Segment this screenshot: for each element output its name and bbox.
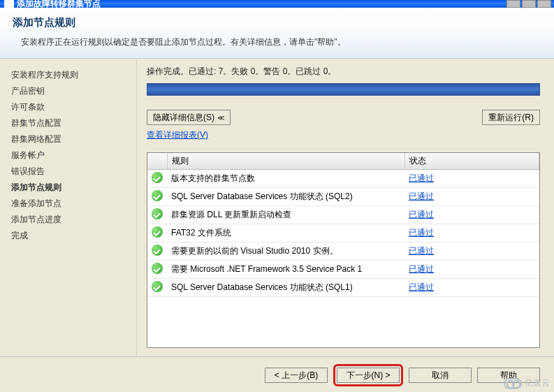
status-icon-cell bbox=[147, 279, 167, 297]
close-button[interactable] bbox=[537, 0, 551, 8]
pass-icon bbox=[152, 208, 163, 219]
operation-status: 操作完成。已通过: 7。失败 0。警告 0。已跳过 0。 bbox=[147, 66, 540, 78]
status-cell: 已通过 bbox=[404, 261, 539, 279]
status-icon-cell bbox=[147, 170, 167, 188]
sidebar-item[interactable]: 产品密钥 bbox=[10, 83, 131, 99]
main-panel: 操作完成。已通过: 7。失败 0。警告 0。已跳过 0。 隐藏详细信息(S) ≪… bbox=[136, 59, 554, 356]
rules-table-container: 规则 状态 版本支持的群集节点数已通过SQL Server Database S… bbox=[147, 152, 540, 348]
table-row: 版本支持的群集节点数已通过 bbox=[147, 170, 539, 188]
status-icon-cell bbox=[147, 242, 167, 261]
table-row: 需要更新的以前的 Visual Studio 2010 实例。已通过 bbox=[147, 242, 539, 261]
status-link[interactable]: 已通过 bbox=[409, 191, 434, 201]
table-row: 需要 Microsoft .NET Framework 3.5 Service … bbox=[147, 261, 539, 279]
status-link[interactable]: 已通过 bbox=[409, 282, 434, 292]
minimize-button[interactable] bbox=[506, 0, 520, 8]
pass-icon bbox=[152, 245, 163, 256]
status-cell: 已通过 bbox=[404, 188, 539, 206]
status-cell: 已通过 bbox=[404, 242, 539, 261]
sidebar-item[interactable]: 完成 bbox=[10, 228, 131, 244]
next-button[interactable]: 下一步(N) > bbox=[337, 368, 400, 383]
status-cell: 已通过 bbox=[404, 206, 539, 224]
status-link[interactable]: 已通过 bbox=[409, 228, 434, 238]
table-row: FAT32 文件系统已通过 bbox=[147, 224, 539, 242]
sidebar-item[interactable]: 群集节点配置 bbox=[10, 115, 131, 131]
status-cell: 已通过 bbox=[404, 170, 539, 188]
table-row: SQL Server Database Services 功能状态 (SQL1)… bbox=[147, 279, 539, 297]
hide-details-button[interactable]: 隐藏详细信息(S) ≪ bbox=[147, 110, 231, 125]
app-icon bbox=[4, 0, 14, 8]
sidebar-item[interactable]: 错误报告 bbox=[10, 164, 131, 180]
pass-icon bbox=[152, 281, 163, 292]
back-button[interactable]: < 上一步(B) bbox=[265, 368, 328, 383]
table-row: SQL Server Database Services 功能状态 (SQL2)… bbox=[147, 188, 539, 206]
col-icon bbox=[147, 153, 167, 170]
status-cell: 已通过 bbox=[404, 279, 539, 297]
table-row: 群集资源 DLL 更新重新启动检查已通过 bbox=[147, 206, 539, 224]
sidebar-item[interactable]: 添加节点进度 bbox=[10, 212, 131, 228]
cancel-button[interactable]: 取消 bbox=[409, 368, 472, 383]
sidebar-item[interactable]: 群集网络配置 bbox=[10, 131, 131, 147]
status-link[interactable]: 已通过 bbox=[409, 246, 434, 256]
rule-cell: 版本支持的群集节点数 bbox=[167, 170, 404, 188]
sidebar-item[interactable]: 服务帐户 bbox=[10, 147, 131, 164]
window-title: 添加故障转移群集节点 bbox=[17, 0, 101, 8]
next-button-highlight: 下一步(N) > bbox=[333, 364, 403, 386]
pass-icon bbox=[152, 172, 163, 183]
status-link[interactable]: 已通过 bbox=[409, 210, 434, 219]
sidebar-item[interactable]: 许可条款 bbox=[10, 99, 131, 115]
sidebar-item[interactable]: 准备添加节点 bbox=[10, 196, 131, 212]
status-link[interactable]: 已通过 bbox=[409, 173, 434, 183]
page-header: 添加节点规则 安装程序正在运行规则以确定是否要阻止添加节点过程。有关详细信息，请… bbox=[0, 8, 554, 59]
sidebar: 安装程序支持规则产品密钥许可条款群集节点配置群集网络配置服务帐户错误报告添加节点… bbox=[0, 59, 136, 356]
status-link[interactable]: 已通过 bbox=[409, 264, 434, 274]
chevron-up-icon: ≪ bbox=[217, 114, 224, 122]
col-status: 状态 bbox=[404, 153, 539, 170]
pass-icon bbox=[152, 226, 163, 238]
status-icon-cell bbox=[147, 224, 167, 242]
rule-cell: 群集资源 DLL 更新重新启动检查 bbox=[167, 206, 404, 224]
col-rule: 规则 bbox=[167, 153, 404, 170]
view-report-link[interactable]: 查看详细报表(V) bbox=[147, 129, 208, 141]
pass-icon bbox=[152, 190, 163, 201]
page-title: 添加节点规则 bbox=[13, 16, 541, 29]
rule-cell: FAT32 文件系统 bbox=[167, 224, 404, 242]
status-icon-cell bbox=[147, 261, 167, 279]
status-icon-cell bbox=[147, 206, 167, 224]
status-icon-cell bbox=[147, 188, 167, 206]
help-button[interactable]: 帮助 bbox=[477, 368, 540, 383]
status-cell: 已通过 bbox=[404, 224, 539, 242]
window-titlebar: 添加故障转移群集节点 bbox=[0, 0, 554, 8]
page-subtitle: 安装程序正在运行规则以确定是否要阻止添加节点过程。有关详细信息，请单击"帮助"。 bbox=[21, 36, 541, 48]
footer: < 上一步(B) 下一步(N) > 取消 帮助 bbox=[0, 356, 554, 392]
sidebar-item[interactable]: 安装程序支持规则 bbox=[10, 67, 131, 83]
sidebar-item[interactable]: 添加节点规则 bbox=[10, 180, 131, 196]
rule-cell: 需要更新的以前的 Visual Studio 2010 实例。 bbox=[167, 242, 404, 261]
rule-cell: SQL Server Database Services 功能状态 (SQL1) bbox=[167, 279, 404, 297]
rule-cell: 需要 Microsoft .NET Framework 3.5 Service … bbox=[167, 261, 404, 279]
hide-details-label: 隐藏详细信息(S) bbox=[153, 112, 214, 124]
rule-cell: SQL Server Database Services 功能状态 (SQL2) bbox=[167, 188, 404, 206]
progress-bar bbox=[147, 83, 540, 96]
rules-table: 规则 状态 版本支持的群集节点数已通过SQL Server Database S… bbox=[147, 153, 539, 297]
maximize-button[interactable] bbox=[522, 0, 536, 8]
rerun-label: 重新运行(R) bbox=[488, 112, 534, 124]
rerun-button[interactable]: 重新运行(R) bbox=[482, 110, 540, 125]
pass-icon bbox=[152, 263, 163, 274]
